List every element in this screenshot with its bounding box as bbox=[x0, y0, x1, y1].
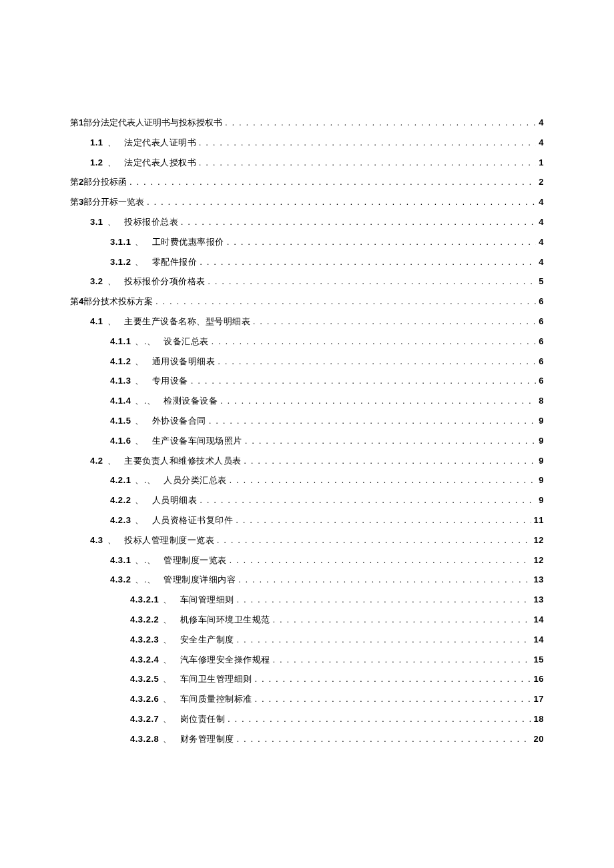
entry-page: 9 bbox=[539, 414, 544, 428]
entry-number: 4.3 bbox=[90, 534, 103, 548]
entry-page: 16 bbox=[534, 673, 544, 687]
entry-page: 4 bbox=[539, 136, 544, 150]
leader-dots bbox=[147, 195, 536, 209]
entry-title: 管理制度一览表 bbox=[164, 554, 227, 568]
leader-dots bbox=[245, 434, 536, 448]
entry-title: 投标报价总表 bbox=[124, 215, 178, 230]
entry-number: 4.1.6 bbox=[110, 434, 131, 448]
entry-title: 第3部分开标一览表 bbox=[70, 195, 144, 209]
toc-entry: 第2部分投标函2 bbox=[70, 175, 544, 189]
leader-dots bbox=[255, 693, 531, 707]
entry-title: 财务管理制度 bbox=[180, 733, 234, 747]
entry-title: 第1部分法定代表人证明书与投标授权书 bbox=[70, 116, 222, 130]
entry-title: 主要生产设备名称、型号明细表 bbox=[124, 315, 250, 329]
entry-separator: 、 bbox=[163, 693, 172, 707]
entry-title-prefix: 第 bbox=[70, 296, 79, 306]
entry-page: 2 bbox=[539, 175, 544, 189]
entry-separator: 、 bbox=[107, 275, 117, 289]
entry-page: 17 bbox=[534, 693, 544, 707]
entry-page: 4 bbox=[539, 195, 544, 209]
entry-title: 岗位责任制 bbox=[180, 713, 226, 727]
entry-number: 4.1.4 bbox=[110, 394, 131, 408]
entry-separator: 、.、 bbox=[135, 335, 156, 349]
entry-page: 13 bbox=[534, 593, 544, 607]
entry-separator: 、 bbox=[135, 374, 144, 388]
toc-entry: 第1部分法定代表人证明书与投标授权书4 bbox=[70, 116, 544, 130]
entry-separator: 、 bbox=[163, 733, 172, 747]
toc-entry: 4.1.1、.、设备汇总表6 bbox=[70, 335, 544, 349]
entry-number: 4.3.2.3 bbox=[130, 633, 159, 647]
leader-dots bbox=[218, 355, 536, 369]
leader-dots bbox=[228, 713, 531, 727]
entry-separator: 、 bbox=[135, 494, 144, 508]
entry-page: 6 bbox=[539, 335, 544, 349]
leader-dots bbox=[273, 653, 531, 667]
toc-entry: 1.2、法定代表人授权书1 bbox=[70, 156, 544, 170]
entry-separator: 、 bbox=[135, 414, 144, 428]
entry-title: 汽车修理安全操作规程 bbox=[180, 653, 270, 667]
entry-separator: 、 bbox=[135, 514, 144, 528]
toc-entry: 4.3.2.7、岗位责任制18 bbox=[70, 713, 544, 727]
entry-separator: 、 bbox=[107, 215, 117, 230]
entry-number: 4.1.2 bbox=[110, 355, 131, 369]
entry-title-suffix: 部分技术投标方案 bbox=[83, 296, 153, 306]
entry-separator: 、 bbox=[107, 454, 117, 468]
toc-entry: 4.3.2.5、车间卫生管理细则16 bbox=[70, 673, 544, 687]
leader-dots bbox=[227, 236, 536, 250]
entry-page: 9 bbox=[539, 474, 544, 488]
entry-title: 机修车间环境卫生规范 bbox=[180, 613, 270, 627]
entry-number: 4.3.2.5 bbox=[130, 673, 159, 687]
entry-separator: 、 bbox=[163, 673, 172, 687]
entry-title-prefix: 第 bbox=[70, 117, 79, 127]
entry-separator: 、 bbox=[135, 236, 144, 250]
entry-separator: 、 bbox=[163, 713, 172, 727]
leader-dots bbox=[199, 136, 536, 150]
entry-number: 4.1.1 bbox=[110, 335, 131, 349]
entry-number: 4.1 bbox=[90, 315, 103, 329]
entry-separator: 、 bbox=[107, 156, 117, 170]
toc-entry: 4.2.2、人员明细表9 bbox=[70, 494, 544, 508]
leader-dots bbox=[129, 175, 536, 189]
entry-title: 车间质量控制标准 bbox=[180, 693, 252, 707]
leader-dots bbox=[212, 335, 537, 349]
entry-title: 零配件报价 bbox=[152, 256, 198, 270]
entry-page: 8 bbox=[539, 394, 544, 408]
leader-dots bbox=[225, 116, 536, 130]
entry-number: 3.1.1 bbox=[110, 236, 131, 250]
entry-title-prefix: 第 bbox=[70, 177, 79, 187]
leader-dots bbox=[273, 613, 531, 627]
entry-page: 4 bbox=[539, 215, 544, 230]
entry-title: 通用设备明细表 bbox=[152, 355, 216, 369]
entry-title: 主要负责人和维修技术人员表 bbox=[124, 454, 242, 468]
entry-title-suffix: 部分法定代表人证明书与投标授权书 bbox=[83, 117, 222, 127]
toc-entry: 4.3.1、.、管理制度一览表12 bbox=[70, 554, 544, 568]
entry-page: 14 bbox=[534, 633, 544, 647]
entry-number: 4.3.2.2 bbox=[130, 613, 159, 627]
leader-dots bbox=[209, 414, 536, 428]
entry-page: 4 bbox=[539, 116, 544, 130]
toc-entry: 4.2.3、人员资格证书复印件11 bbox=[70, 514, 544, 528]
entry-page: 9 bbox=[539, 434, 544, 448]
entry-separator: 、 bbox=[163, 593, 172, 607]
entry-number: 4.2.1 bbox=[110, 474, 131, 488]
entry-page: 20 bbox=[534, 733, 544, 747]
entry-separator: 、.、 bbox=[135, 474, 156, 488]
leader-dots bbox=[208, 275, 537, 289]
leader-dots bbox=[237, 593, 531, 607]
toc-entry: 4.1.6、生产设备车间现场照片9 bbox=[70, 434, 544, 448]
entry-title: 人员资格证书复印件 bbox=[152, 514, 234, 528]
entry-title: 第4部分技术投标方案 bbox=[70, 295, 153, 309]
entry-separator: 、.、 bbox=[135, 554, 156, 568]
entry-title: 管理制度详细内容 bbox=[164, 573, 236, 587]
entry-separator: 、 bbox=[163, 633, 172, 647]
entry-separator: 、 bbox=[163, 653, 172, 667]
toc-entry: 4.1、主要生产设备名称、型号明细表6 bbox=[70, 315, 544, 329]
leader-dots bbox=[230, 474, 537, 488]
entry-number: 3.2 bbox=[90, 275, 103, 289]
entry-page: 4 bbox=[539, 236, 544, 250]
entry-number: 4.3.2.7 bbox=[130, 713, 159, 727]
leader-dots bbox=[230, 554, 531, 568]
entry-title: 车间卫生管理细则 bbox=[180, 673, 252, 687]
entry-title: 车间管理细则 bbox=[180, 593, 234, 607]
leader-dots bbox=[156, 295, 536, 309]
